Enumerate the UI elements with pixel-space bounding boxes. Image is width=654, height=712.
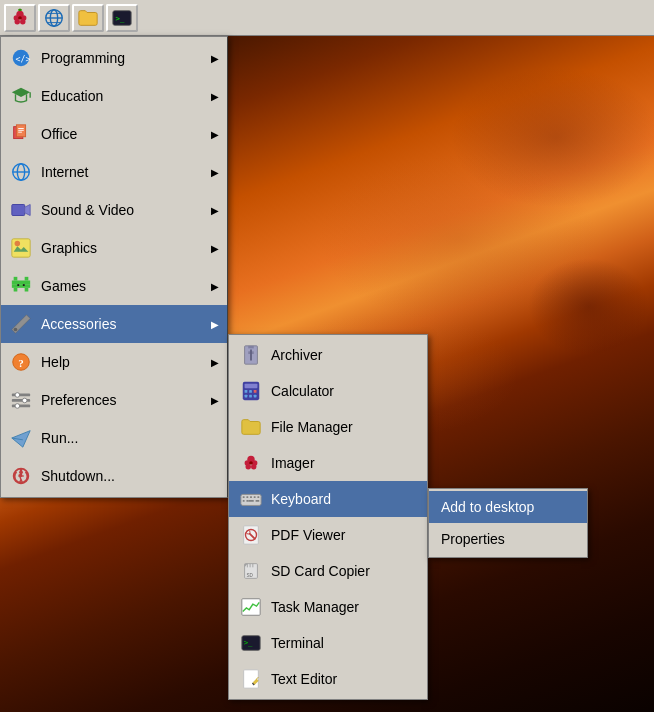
svg-rect-28	[12, 205, 25, 216]
browser-button[interactable]	[38, 4, 70, 32]
svg-rect-45	[12, 405, 30, 408]
menu-item-internet[interactable]: Internet ▶	[1, 153, 227, 191]
svg-rect-95	[244, 670, 259, 688]
menu-item-shutdown[interactable]: Shutdown...	[1, 457, 227, 495]
menu-item-help[interactable]: ? Help ▶	[1, 343, 227, 381]
accessories-arrow: ▶	[211, 319, 219, 330]
keyboard-context-menu: Add to desktop Properties	[428, 488, 588, 558]
svg-rect-73	[241, 494, 261, 505]
svg-rect-78	[257, 496, 259, 498]
menu-item-programming[interactable]: </> Programming ▶	[1, 39, 227, 77]
imager-label: Imager	[271, 455, 315, 471]
terminal-icon: >_	[111, 7, 133, 29]
office-arrow: ▶	[211, 129, 219, 140]
svg-marker-29	[25, 205, 30, 216]
submenu-item-keyboard[interactable]: Keyboard	[229, 481, 427, 517]
sound-video-arrow: ▶	[211, 205, 219, 216]
terminal-button[interactable]: >_	[106, 4, 138, 32]
task-manager-icon	[239, 595, 263, 619]
menu-item-sound-video[interactable]: Sound & Video ▶	[1, 191, 227, 229]
svg-rect-30	[12, 239, 30, 257]
main-menu: </> Programming ▶ Education ▶	[0, 36, 228, 498]
keyboard-icon	[239, 487, 263, 511]
archiver-label: Archiver	[271, 347, 322, 363]
svg-rect-54	[248, 346, 254, 349]
svg-point-72	[249, 461, 253, 465]
svg-point-47	[22, 398, 27, 403]
graphics-icon	[9, 236, 33, 260]
internet-icon	[9, 160, 33, 184]
imager-icon	[239, 451, 263, 475]
add-to-desktop-label: Add to desktop	[441, 499, 534, 515]
svg-point-52	[19, 471, 23, 475]
task-manager-label: Task Manager	[271, 599, 359, 615]
menu-item-office[interactable]: Office ▶	[1, 115, 227, 153]
globe-icon	[43, 7, 65, 29]
menu-item-games[interactable]: Games ▶	[1, 267, 227, 305]
menu-item-education[interactable]: Education ▶	[1, 77, 227, 115]
svg-text:?: ?	[18, 357, 24, 369]
programming-arrow: ▶	[211, 53, 219, 64]
svg-rect-62	[249, 390, 252, 393]
submenu-item-calculator[interactable]: Calculator	[229, 373, 427, 409]
svg-rect-39	[23, 284, 25, 286]
svg-point-5	[18, 16, 22, 20]
svg-text:>_: >_	[116, 13, 125, 22]
context-item-properties[interactable]: Properties	[429, 523, 587, 555]
help-icon: ?	[9, 350, 33, 374]
file-manager-label: File Manager	[271, 419, 353, 435]
svg-text:</>: </>	[16, 54, 31, 64]
accessories-icon	[9, 312, 33, 336]
rpi-menu-button[interactable]	[4, 4, 36, 32]
games-icon	[9, 274, 33, 298]
preferences-arrow: ▶	[211, 395, 219, 406]
svg-rect-33	[25, 277, 29, 281]
svg-rect-21	[16, 125, 25, 137]
svg-rect-35	[12, 284, 30, 288]
menu-item-graphics[interactable]: Graphics ▶	[1, 229, 227, 267]
sound-video-label: Sound & Video	[41, 202, 203, 218]
submenu-item-imager[interactable]: Imager	[229, 445, 427, 481]
terminal-submenu-icon: >_	[239, 631, 263, 655]
svg-rect-43	[12, 394, 30, 397]
education-arrow: ▶	[211, 91, 219, 102]
help-arrow: ▶	[211, 357, 219, 368]
shutdown-label: Shutdown...	[41, 468, 219, 484]
svg-rect-63	[254, 390, 257, 393]
menu-item-accessories[interactable]: Accessories ▶	[1, 305, 227, 343]
keyboard-label: Keyboard	[271, 491, 331, 507]
submenu-item-terminal[interactable]: >_ Terminal	[229, 625, 427, 661]
svg-rect-34	[12, 281, 30, 285]
menu-item-run[interactable]: Run...	[1, 419, 227, 457]
graphics-label: Graphics	[41, 240, 203, 256]
raspberry-icon	[9, 7, 31, 29]
pdf-viewer-label: PDF Viewer	[271, 527, 345, 543]
svg-rect-65	[249, 395, 252, 398]
terminal-label: Terminal	[271, 635, 324, 651]
file-manager-icon	[239, 415, 263, 439]
menu-item-preferences[interactable]: Preferences ▶	[1, 381, 227, 419]
svg-point-48	[15, 404, 20, 409]
submenu-item-task-manager[interactable]: Task Manager	[229, 589, 427, 625]
preferences-label: Preferences	[41, 392, 203, 408]
svg-rect-74	[243, 496, 245, 498]
svg-point-71	[251, 464, 257, 470]
internet-arrow: ▶	[211, 167, 219, 178]
submenu-item-text-editor[interactable]: Text Editor	[229, 661, 427, 697]
submenu-item-archiver[interactable]: Archiver	[229, 337, 427, 373]
submenu-item-pdf-viewer[interactable]: PDF Viewer	[229, 517, 427, 553]
run-icon	[9, 426, 33, 450]
svg-point-70	[246, 464, 252, 470]
submenu-item-file-manager[interactable]: File Manager	[229, 409, 427, 445]
files-button[interactable]	[72, 4, 104, 32]
svg-rect-75	[246, 496, 248, 498]
taskbar: >_	[0, 0, 654, 36]
svg-rect-76	[250, 496, 252, 498]
svg-point-40	[14, 328, 18, 332]
sound-video-icon	[9, 198, 33, 222]
svg-rect-80	[246, 500, 248, 502]
submenu-item-sd-card-copier[interactable]: SD SD Card Copier	[229, 553, 427, 589]
svg-point-46	[15, 393, 20, 398]
context-item-add-to-desktop[interactable]: Add to desktop	[429, 491, 587, 523]
office-label: Office	[41, 126, 203, 142]
